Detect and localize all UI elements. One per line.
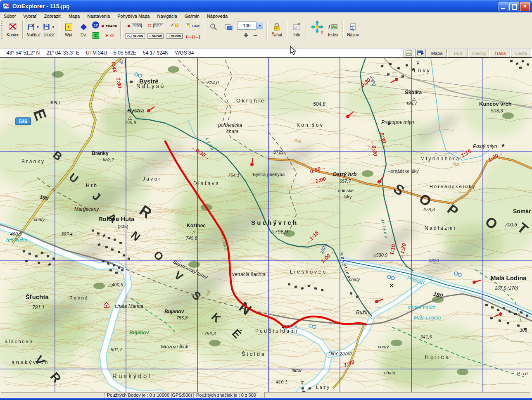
building [490, 317, 493, 319]
save-position-button[interactable] [415, 49, 426, 57]
map-label: 501,7 [111, 347, 122, 352]
map-label: Dlhé zeme [328, 351, 352, 357]
comment-button[interactable]: C [93, 32, 99, 39]
show-routes-button[interactable]: ▫▫SHOW [166, 33, 183, 39]
building [387, 74, 390, 76]
pan-control[interactable]: x [309, 21, 325, 40]
map-label: H o r n á d s k e l ú k y [430, 184, 475, 189]
load-button[interactable]: ▼ Načítať [26, 21, 42, 40]
exit-button[interactable]: Koniec [5, 21, 21, 40]
measure1-button[interactable]: 1|↔| [185, 35, 193, 39]
map-label: Lodinské [335, 188, 354, 193]
info-button[interactable]: Info [289, 21, 304, 40]
map-comment-button[interactable]: 12 [92, 21, 99, 29]
menu-item-8[interactable]: Garmin [181, 12, 203, 20]
map-label: chata [226, 129, 239, 134]
menu-item-4[interactable]: Mapa [65, 12, 84, 20]
mode-button-bod[interactable]: Bod [448, 49, 468, 57]
toolbar: Koniec ▼ Načítať ▼ Uložiť 1 Wpt Evt [0, 20, 532, 48]
menu-item-9[interactable]: Nápoveda [203, 12, 231, 20]
zoom-select[interactable]: 100 [237, 21, 256, 30]
track-list-icon[interactable] [132, 24, 142, 28]
track-control-button[interactable]: TRACK [102, 21, 117, 29]
menu-item-6[interactable]: Pohyblivá Mapa [114, 12, 153, 20]
mode-button-cesta[interactable]: Cesta [511, 49, 531, 57]
map-label: (335) [118, 224, 128, 229]
waypoint-button[interactable]: 1 Wpt [61, 21, 76, 40]
magnify-button[interactable] [206, 21, 221, 40]
map-label: vetracia šachta [232, 271, 266, 277]
save-button[interactable]: ▼ Uložiť [41, 21, 56, 40]
map-label: Prokopov mlyn [381, 119, 414, 125]
map-label: Hornádske lúky [387, 169, 419, 174]
measure2-button[interactable]: |↔| [194, 35, 200, 39]
map-label: L a z y [316, 385, 329, 390]
map-viewport[interactable]: EBUJARNOVSKNÉVRSOPOTBystré409,1N a L y s… [0, 58, 532, 392]
map-label: L ú k y [414, 67, 430, 74]
waypoint-list-icon[interactable] [153, 24, 163, 28]
building [288, 283, 290, 286]
minimize-button[interactable] [499, 2, 508, 11]
mode-button-mapa[interactable]: Mapa [427, 49, 447, 57]
layers-icon [224, 21, 233, 33]
zoom-in-button[interactable]: ✚ [244, 32, 248, 38]
map-label: O k r ú h l e [236, 98, 264, 104]
map-canvas[interactable]: EBUJARNOVSKNÉVRSOPOTBystré409,1N a L y s… [0, 58, 532, 392]
zoom-out-button[interactable]: ━ [254, 32, 257, 38]
building [111, 248, 114, 250]
building [92, 229, 94, 232]
event-button[interactable]: Evt [76, 21, 91, 40]
building [356, 295, 359, 298]
menu-item-5[interactable]: Nastavenia [83, 12, 114, 20]
page-icon[interactable] [186, 24, 190, 28]
drag-button[interactable]: Ťahat [269, 21, 284, 40]
svg-text:x: x [321, 30, 323, 34]
image-icon [406, 50, 412, 56]
building [113, 264, 116, 267]
title-bar[interactable]: OziExplorer - 115.jpg ✕ [0, 0, 532, 12]
screenshot-button[interactable] [404, 49, 414, 57]
menu-item-7[interactable]: Navigácia [153, 12, 180, 20]
map-label: N a L y s ú [136, 83, 164, 89]
mode-button-značky[interactable]: Značky [469, 49, 489, 57]
mode-button-trasa[interactable]: Trasa [490, 49, 510, 57]
toolbar-grip[interactable] [1, 21, 5, 39]
menu-item-3[interactable]: Zobraziť [40, 12, 65, 20]
map-label: ✕ [389, 282, 394, 289]
map-label: a l a c h o v o [5, 339, 32, 344]
status-panel-right [264, 392, 530, 398]
map-label: Bujanov [164, 309, 185, 314]
zoom-dropdown-icon[interactable]: ▼ [256, 22, 263, 29]
route-edit-icon[interactable] [170, 21, 179, 29]
latitude-readout: 48° 54′ 51,2′′ N [7, 50, 40, 56]
map-label: chaty [349, 277, 361, 282]
map-label: 678,3 [423, 207, 435, 212]
building [35, 255, 38, 257]
show-track-group: SHOW [124, 21, 146, 40]
name-search-button[interactable]: Názov [345, 21, 360, 40]
close-button[interactable]: ✕ [520, 2, 530, 11]
map-label: chata Marica [115, 303, 143, 309]
name-search-icon [349, 21, 357, 33]
index-button[interactable]: I Index [325, 21, 340, 40]
map-label: Škalka [405, 89, 422, 95]
map-label: Ŧ [416, 61, 420, 67]
longitude-readout: 21° 04′ 33,3′′ E [46, 50, 79, 56]
map-label: Š t o l d a [242, 351, 265, 357]
map-label: · 755,8 [173, 315, 188, 320]
line-button[interactable]: LINE [192, 24, 200, 28]
show-track-button[interactable]: SHOW [125, 33, 145, 39]
building [401, 75, 404, 78]
map-label: Somár [513, 208, 531, 214]
menu-item-2[interactable]: Vybrať [19, 12, 40, 20]
menu-item-1[interactable]: Súbor [0, 12, 19, 20]
pan-arrows-icon: x [310, 21, 324, 33]
show-waypoints-button[interactable]: ○SHOW [147, 33, 164, 39]
building [321, 289, 323, 291]
track-point-button[interactable]: + [105, 31, 113, 39]
building [314, 287, 317, 290]
windows-button[interactable] [221, 21, 236, 40]
map-label: S u c h ý v r c h [251, 219, 297, 226]
restore-button[interactable] [509, 2, 519, 11]
map-label: a n s k ý v r c h [12, 359, 48, 365]
